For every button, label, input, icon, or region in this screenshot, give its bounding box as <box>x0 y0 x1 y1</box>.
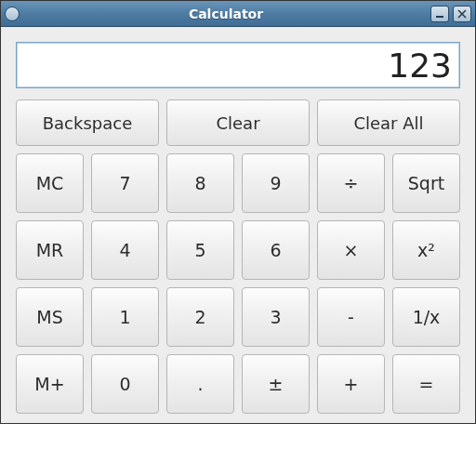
digit-9-button[interactable]: 9 <box>242 153 310 213</box>
memory-clear-button[interactable]: MC <box>16 153 84 213</box>
plus-minus-button[interactable]: ± <box>242 354 310 414</box>
memory-add-button[interactable]: M+ <box>16 354 84 414</box>
window-menu-icon[interactable] <box>5 7 20 21</box>
sqrt-button[interactable]: Sqrt <box>392 153 460 213</box>
digit-5-button[interactable]: 5 <box>166 220 234 280</box>
svg-rect-0 <box>436 16 443 18</box>
digit-3-button[interactable]: 3 <box>242 287 310 347</box>
window-controls <box>430 6 471 22</box>
equals-button[interactable]: = <box>392 354 460 414</box>
calculator-body: 123 Backspace Clear Clear All MC 7 8 9 ÷… <box>1 27 475 423</box>
calculator-window: Calculator 123 Backspace Clear Clear All <box>0 0 476 424</box>
clear-button[interactable]: Clear <box>166 99 310 146</box>
decimal-button[interactable]: . <box>166 354 234 414</box>
digit-4-button[interactable]: 4 <box>91 220 159 280</box>
multiply-button[interactable]: × <box>317 220 385 280</box>
digit-0-button[interactable]: 0 <box>91 354 159 414</box>
minimize-button[interactable] <box>430 6 449 22</box>
digit-7-button[interactable]: 7 <box>91 153 159 213</box>
digit-6-button[interactable]: 6 <box>242 220 310 280</box>
memory-recall-button[interactable]: MR <box>16 220 84 280</box>
top-row: Backspace Clear Clear All <box>16 99 460 146</box>
digit-2-button[interactable]: 2 <box>166 287 234 347</box>
square-button[interactable]: x² <box>392 220 460 280</box>
divide-button[interactable]: ÷ <box>317 153 385 213</box>
close-icon <box>457 9 467 19</box>
add-button[interactable]: + <box>317 354 385 414</box>
clear-all-button[interactable]: Clear All <box>317 99 460 146</box>
close-button[interactable] <box>453 6 471 22</box>
reciprocal-button[interactable]: 1/x <box>392 287 460 347</box>
keypad: MC 7 8 9 ÷ Sqrt MR 4 5 6 × x² MS 1 2 3 -… <box>16 153 460 414</box>
memory-store-button[interactable]: MS <box>16 287 84 347</box>
titlebar: Calculator <box>1 1 475 27</box>
digit-1-button[interactable]: 1 <box>91 287 159 347</box>
display[interactable]: 123 <box>16 42 460 88</box>
window-title: Calculator <box>21 7 430 21</box>
minimize-icon <box>435 9 444 19</box>
digit-8-button[interactable]: 8 <box>166 153 234 213</box>
backspace-button[interactable]: Backspace <box>16 99 159 146</box>
subtract-button[interactable]: - <box>317 287 385 347</box>
